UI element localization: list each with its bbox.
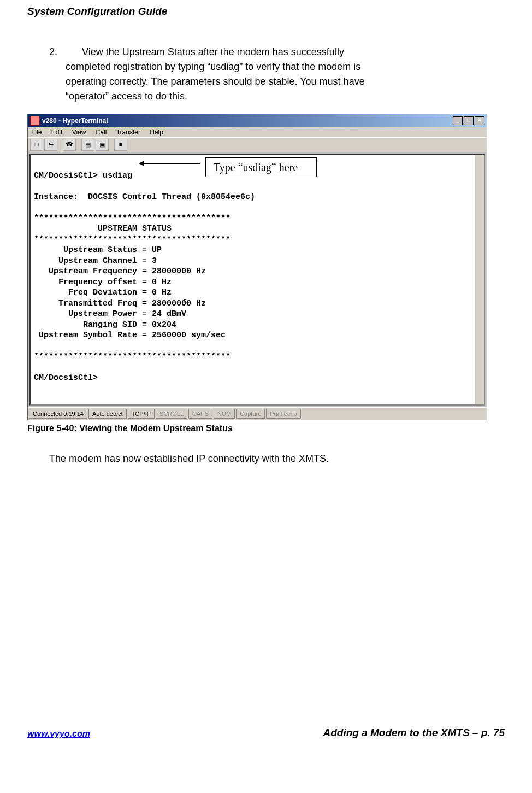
menu-help[interactable]: Help bbox=[150, 128, 163, 136]
hyperterminal-window: v280 - HyperTerminal _ □ × File Edit Vie… bbox=[27, 114, 487, 420]
term-line-heading: UPSTREAM STATUS bbox=[34, 224, 172, 233]
term-line-prompt2: CM/DocsisCtl> bbox=[34, 373, 98, 383]
window-titlebar[interactable]: v280 - HyperTerminal _ □ × bbox=[28, 114, 487, 127]
after-text: The modem has now established IP connect… bbox=[49, 453, 505, 465]
footer-page: Adding a Modem to the XMTS – p. 75 bbox=[323, 727, 505, 739]
term-line-sid: Ranging SID = 0x204 bbox=[34, 320, 176, 330]
step-block: 2.View the Upstream Status after the mod… bbox=[49, 45, 472, 104]
menu-file[interactable]: File bbox=[31, 128, 42, 136]
menu-call[interactable]: Call bbox=[96, 128, 107, 136]
menu-transfer[interactable]: Transfer bbox=[116, 128, 140, 136]
status-detect: Auto detect bbox=[88, 409, 127, 419]
term-line-prompt: CM/DocsisCtl> usdiag bbox=[34, 171, 132, 180]
term-line-status: Upstream Status = UP bbox=[34, 245, 162, 255]
toolbar-btn-4[interactable]: ▤ bbox=[81, 139, 94, 151]
status-capture: Capture bbox=[236, 409, 265, 419]
callout-box: Type “usdiag” here bbox=[205, 157, 317, 177]
step-number: 2. bbox=[49, 45, 82, 60]
step-text-1: View the Upstream Status after the modem… bbox=[82, 46, 344, 57]
term-line-instance: Instance: DOCSIS Control Thread (0x8054e… bbox=[34, 192, 255, 202]
window-title: v280 - HyperTerminal bbox=[42, 117, 453, 125]
status-echo: Print echo bbox=[266, 409, 301, 419]
status-connected: Connected 0:19:14 bbox=[29, 409, 87, 419]
term-line-stars2: **************************************** bbox=[34, 235, 230, 244]
term-line-dev: Freq Deviation = 0 Hz bbox=[34, 288, 172, 297]
toolbar: □ ↪ ☎ ▤ ▣ ■ bbox=[28, 137, 487, 152]
status-num: NUM bbox=[214, 409, 235, 419]
menu-bar: File Edit View Call Transfer Help bbox=[28, 127, 487, 137]
vertical-scrollbar[interactable] bbox=[475, 155, 484, 404]
step-text-4: “operator” access to do this. bbox=[66, 89, 472, 104]
minimize-button[interactable]: _ bbox=[453, 116, 463, 125]
step-text-2: completed registration by typing “usdiag… bbox=[66, 60, 472, 74]
term-line-power: Upstream Power = 24 dBmV bbox=[34, 309, 186, 319]
close-button[interactable]: × bbox=[475, 116, 484, 125]
footer-site-link[interactable]: www.vyyo.com bbox=[27, 729, 90, 739]
page-footer: www.vyyo.com Adding a Modem to the XMTS … bbox=[27, 727, 505, 739]
menu-edit[interactable]: Edit bbox=[51, 128, 63, 136]
toolbar-btn-1[interactable]: □ bbox=[30, 139, 43, 151]
figure-caption: Figure 5-40: Viewing the Modem Upstream … bbox=[27, 424, 505, 433]
status-scroll: SCROLL bbox=[156, 409, 187, 419]
status-bar: Connected 0:19:14 Auto detect TCP/IP SCR… bbox=[28, 407, 487, 420]
page-header-title: System Configuration Guide bbox=[27, 5, 505, 17]
term-line-freq: Upstream Frequency = 28000000 Hz bbox=[34, 267, 206, 276]
toolbar-btn-3[interactable]: ☎ bbox=[63, 139, 76, 151]
step-text-3: operating correctly. The parameters shou… bbox=[66, 74, 472, 89]
term-line-offset: Frequency offset = 0 Hz bbox=[34, 278, 172, 287]
menu-view[interactable]: View bbox=[72, 128, 86, 136]
term-line-stars1: **************************************** bbox=[34, 214, 230, 223]
term-line-stars3: **************************************** bbox=[34, 352, 230, 361]
callout-arrow bbox=[140, 163, 200, 164]
term-line-channel: Upstream Channel = 3 bbox=[34, 256, 157, 266]
toolbar-btn-6[interactable]: ■ bbox=[114, 139, 127, 151]
toolbar-btn-5[interactable]: ▣ bbox=[96, 139, 109, 151]
toolbar-btn-2[interactable]: ↪ bbox=[44, 139, 57, 151]
app-icon bbox=[30, 116, 40, 126]
terminal-output[interactable]: CM/DocsisCtl> usdiag Instance: DOCSIS Co… bbox=[29, 154, 485, 406]
status-proto: TCP/IP bbox=[128, 409, 155, 419]
term-line-txfreq: Transmitted Freq = 28000000 Hz bbox=[34, 299, 206, 308]
mouse-cursor-icon: ↖ bbox=[182, 296, 190, 308]
status-caps: CAPS bbox=[188, 409, 212, 419]
maximize-button[interactable]: □ bbox=[464, 116, 474, 125]
term-line-symrate: Upstream Symbol Rate = 2560000 sym/sec bbox=[34, 331, 226, 340]
